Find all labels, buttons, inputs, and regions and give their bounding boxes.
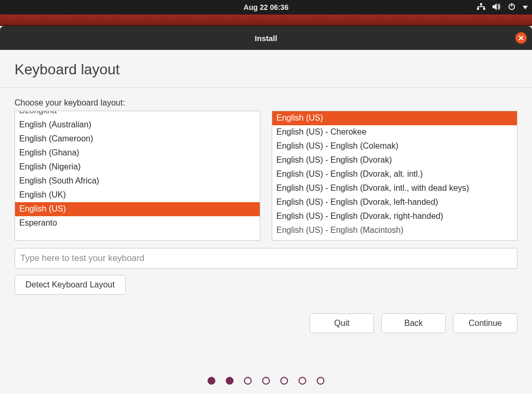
installer-window: Install Keyboard layout Choose your keyb…: [0, 26, 532, 394]
list-item[interactable]: English (Ghana): [15, 146, 260, 160]
list-item[interactable]: Esperanto: [15, 216, 260, 230]
system-indicators[interactable]: [477, 3, 528, 12]
list-item[interactable]: English (US) - English (Macintosh): [272, 224, 517, 238]
list-item[interactable]: English (US) - Cherokee: [272, 125, 517, 139]
window-titlebar: Install: [0, 26, 532, 50]
svg-rect-2: [483, 8, 485, 10]
list-item[interactable]: English (Cameroon): [15, 132, 260, 146]
volume-icon[interactable]: [493, 3, 501, 12]
quit-button[interactable]: Quit: [310, 313, 374, 333]
network-icon[interactable]: [477, 3, 485, 12]
list-item[interactable]: English (US): [272, 111, 517, 125]
test-keyboard-input[interactable]: [15, 248, 517, 269]
svg-rect-5: [477, 6, 478, 8]
clock-label: Aug 22 06:36: [244, 3, 288, 11]
list-item[interactable]: English (South Africa): [15, 174, 260, 188]
close-button[interactable]: [515, 32, 527, 44]
progress-dot: [208, 377, 216, 385]
list-item[interactable]: English (US): [15, 202, 260, 216]
progress-dot: [317, 377, 325, 385]
progress-dot: [281, 377, 288, 385]
page-title: Keyboard layout: [0, 50, 532, 87]
svg-rect-4: [477, 6, 485, 7]
gnome-top-bar: Aug 22 06:36: [0, 0, 532, 15]
progress-dot: [244, 377, 252, 385]
svg-marker-7: [493, 3, 497, 10]
list-item[interactable]: English (Australian): [15, 118, 260, 132]
layout-variant-list[interactable]: English (US)English (US) - CherokeeEngli…: [272, 111, 517, 241]
progress-dot: [299, 377, 307, 385]
svg-marker-10: [523, 6, 528, 9]
list-item[interactable]: English (US) - English (Dvorak, left-han…: [272, 195, 517, 209]
layout-language-list[interactable]: DzongkhaEnglish (Australian)English (Cam…: [15, 111, 260, 241]
list-item[interactable]: English (US) - English (Dvorak, right-ha…: [272, 209, 517, 224]
list-item[interactable]: English (UK): [15, 188, 260, 202]
caret-down-icon[interactable]: [523, 3, 528, 11]
close-icon: [518, 35, 524, 41]
list-item[interactable]: English (US) - English (Dvorak, intl., w…: [272, 181, 517, 195]
detect-layout-button[interactable]: Detect Keyboard Layout: [15, 275, 126, 295]
progress-dot: [262, 377, 270, 385]
list-item[interactable]: English (US) - English (Colemak): [272, 139, 517, 153]
svg-rect-1: [477, 8, 479, 10]
list-item[interactable]: English (Nigeria): [15, 160, 260, 174]
accent-strip: [0, 15, 532, 26]
progress-dot: [226, 377, 234, 385]
prompt-label: Choose your keyboard layout:: [15, 98, 517, 108]
svg-rect-6: [484, 6, 485, 8]
window-title: Install: [255, 34, 277, 43]
progress-dots: [208, 377, 325, 385]
list-item[interactable]: English (US) - English (Dvorak, alt. int…: [272, 167, 517, 181]
list-item[interactable]: English (US) - English (Dvorak): [272, 153, 517, 167]
continue-button[interactable]: Continue: [453, 313, 517, 333]
power-icon[interactable]: [508, 3, 515, 12]
svg-rect-0: [480, 3, 482, 5]
back-button[interactable]: Back: [381, 313, 446, 333]
list-item[interactable]: Dzongkha: [15, 111, 260, 118]
svg-rect-9: [511, 3, 512, 7]
